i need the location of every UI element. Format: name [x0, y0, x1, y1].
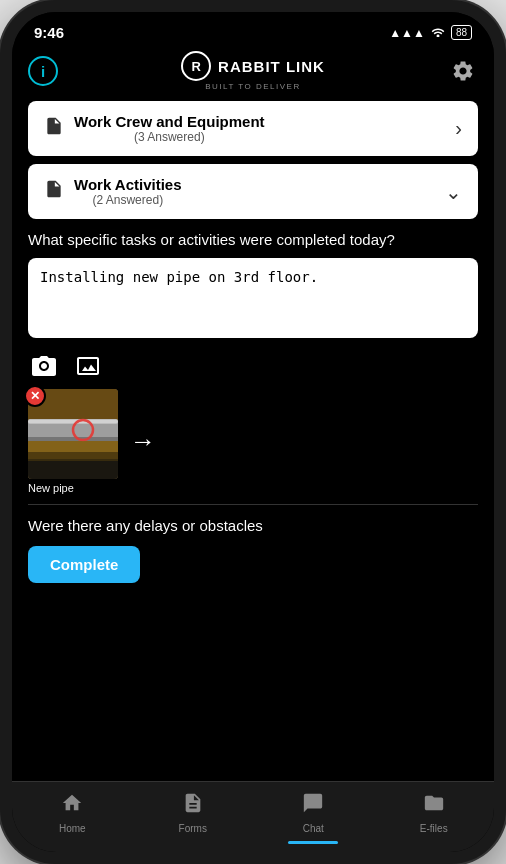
- section-card-work-crew[interactable]: Work Crew and Equipment (3 Answered) ›: [28, 101, 478, 156]
- section-work-crew-answered: (3 Answered): [74, 130, 265, 144]
- photo-remove-button[interactable]: ✕: [24, 385, 46, 407]
- answer-textarea[interactable]: [28, 258, 478, 338]
- svg-rect-4: [28, 437, 118, 441]
- wifi-icon: [430, 25, 446, 40]
- section-work-activities-answered: (2 Answered): [74, 193, 182, 207]
- battery-icon: 88: [451, 25, 472, 40]
- photo-label: New pipe: [28, 482, 118, 494]
- content-area: Work Crew and Equipment (3 Answered) › W…: [12, 101, 494, 781]
- efiles-icon: [423, 792, 445, 820]
- bottom-nav: Home Forms Chat: [12, 781, 494, 852]
- svg-rect-8: [28, 441, 118, 461]
- section-work-crew-arrow: ›: [455, 117, 462, 140]
- chat-icon: [302, 792, 324, 820]
- work-crew-icon: [44, 116, 64, 141]
- section-work-activities-arrow: ⌄: [445, 180, 462, 204]
- question2-text: Were there any delays or obstacles: [28, 515, 478, 536]
- section-divider: [28, 504, 478, 505]
- photo-next-arrow[interactable]: →: [130, 426, 156, 457]
- status-icons: ▲▲▲ 88: [389, 25, 472, 40]
- question1-text: What specific tasks or activities were c…: [28, 229, 478, 250]
- svg-rect-7: [28, 459, 118, 479]
- nav-item-efiles[interactable]: E-files: [374, 790, 495, 836]
- svg-rect-5: [28, 420, 118, 423]
- nav-active-indicator: [288, 841, 338, 844]
- home-icon: [61, 792, 83, 820]
- nav-item-forms[interactable]: Forms: [133, 790, 254, 836]
- logo: R RABBIT LINK BUILT TO DELIVER: [181, 51, 325, 91]
- status-bar: 9:46 ▲▲▲ 88: [12, 12, 494, 45]
- app-header: i R RABBIT LINK BUILT TO DELIVER: [12, 45, 494, 101]
- work-activities-icon: [44, 179, 64, 204]
- nav-item-chat[interactable]: Chat: [253, 790, 374, 836]
- phone-shell: 9:46 ▲▲▲ 88 i R RABBIT LINK: [0, 0, 506, 864]
- nav-efiles-label: E-files: [420, 823, 448, 834]
- logo-sub: BUILT TO DELIVER: [205, 82, 300, 91]
- nav-chat-label: Chat: [303, 823, 324, 834]
- nav-home-label: Home: [59, 823, 86, 834]
- photo-actions: [28, 352, 478, 383]
- forms-icon: [182, 792, 204, 820]
- logo-text: RABBIT LINK: [218, 58, 325, 75]
- nav-forms-label: Forms: [179, 823, 207, 834]
- camera-button[interactable]: [28, 352, 60, 383]
- section-card-work-activities[interactable]: Work Activities (2 Answered) ⌄: [28, 164, 478, 219]
- gallery-button[interactable]: [74, 352, 106, 383]
- section-work-activities-title: Work Activities: [74, 176, 182, 193]
- status-time: 9:46: [34, 24, 64, 41]
- section-work-crew-title: Work Crew and Equipment: [74, 113, 265, 130]
- complete-button[interactable]: Complete: [28, 546, 140, 583]
- signal-icon: ▲▲▲: [389, 26, 425, 40]
- info-icon[interactable]: i: [28, 56, 58, 86]
- nav-item-home[interactable]: Home: [12, 790, 133, 836]
- photo-preview-row: ✕: [28, 389, 478, 494]
- phone-screen: 9:46 ▲▲▲ 88 i R RABBIT LINK: [12, 12, 494, 852]
- gear-icon[interactable]: [448, 56, 478, 86]
- logo-circle: R: [181, 51, 211, 81]
